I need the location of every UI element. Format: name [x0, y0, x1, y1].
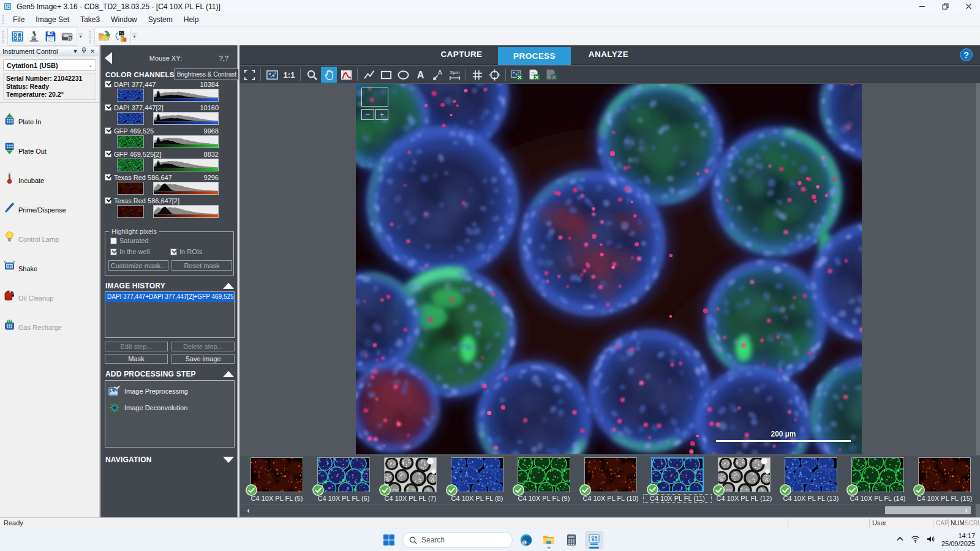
ellipse-icon[interactable] — [395, 67, 411, 83]
polyline-icon[interactable] — [361, 67, 377, 83]
menu-take3[interactable]: Take3 — [75, 13, 105, 26]
thumbnail-image[interactable] — [718, 457, 771, 492]
line-profile-icon[interactable] — [338, 67, 354, 83]
instrument-action-control-lamp[interactable]: Control Lamp — [0, 222, 99, 251]
thumbnail-image[interactable] — [651, 457, 704, 492]
fit-image-icon[interactable] — [264, 67, 280, 83]
channel-checkbox[interactable] — [105, 174, 111, 181]
close-button[interactable] — [957, 0, 980, 13]
instrument-action-incubate[interactable]: Incubate — [0, 163, 99, 192]
zoom-icon[interactable] — [304, 67, 320, 83]
thumbnail-image[interactable] — [317, 457, 370, 492]
thumbnail-item[interactable]: C4 10X PL FL (7) — [384, 455, 451, 504]
in-the-well-checkbox[interactable] — [110, 249, 117, 255]
channel-checkbox[interactable] — [105, 127, 111, 134]
tab-capture[interactable]: CAPTURE — [423, 45, 500, 63]
zoom-in-button[interactable]: + — [375, 109, 388, 120]
channel-checkbox[interactable] — [105, 151, 111, 157]
rectangle-icon[interactable] — [378, 67, 394, 83]
thumbnail-item[interactable]: C4 10X PL FL (12) — [718, 455, 785, 504]
zoom-out-button[interactable]: − — [361, 109, 374, 120]
thumbnail-image[interactable] — [851, 457, 904, 492]
crosshair-icon[interactable] — [486, 67, 502, 83]
instrument-action-plate-in[interactable]: Plate In — [0, 104, 99, 133]
export-image-excel-icon[interactable] — [509, 67, 525, 83]
thumbnail-item[interactable]: C4 10X PL FL (11) — [651, 455, 718, 504]
history-entry-selected[interactable]: DAPI 377,447+DAPI 377,447[2]+GFP 469,525… — [105, 292, 234, 302]
channel-checkbox[interactable] — [105, 81, 111, 88]
collapse-section-icon[interactable] — [223, 371, 234, 377]
help-icon[interactable]: ? — [960, 48, 973, 61]
open-export-icon[interactable] — [96, 29, 113, 45]
zoom-1to1-button[interactable]: 1:1 — [281, 67, 297, 83]
channel-thumbnail[interactable] — [117, 205, 144, 218]
menu-help[interactable]: Help — [178, 13, 205, 26]
plate-icon[interactable] — [9, 29, 26, 45]
panel-pin-icon[interactable] — [80, 47, 88, 55]
thumbnail-image[interactable] — [584, 457, 637, 492]
reader-icon[interactable] — [59, 29, 75, 45]
start-button[interactable] — [380, 531, 398, 549]
device-select[interactable]: Cytation1 (USB) ⌄ — [3, 59, 96, 71]
speaker-icon[interactable] — [926, 534, 935, 545]
saturated-checkbox[interactable] — [110, 238, 117, 244]
menu-system[interactable]: System — [143, 13, 178, 26]
channel-thumbnail[interactable] — [117, 112, 144, 125]
thumbnail-image[interactable] — [251, 457, 303, 492]
instrument-action-prime-dispense[interactable]: Prime/Dispense — [0, 192, 99, 222]
channel-histogram[interactable] — [153, 159, 219, 171]
thumbnail-image[interactable] — [451, 457, 503, 492]
collapse-panel-icon[interactable] — [105, 52, 112, 64]
search-input[interactable]: Search — [402, 532, 513, 548]
tray-chevron-up-icon[interactable] — [895, 534, 905, 545]
channel-thumbnail[interactable] — [117, 89, 144, 102]
annotation-text-icon[interactable]: A — [412, 67, 428, 83]
restore-button[interactable] — [933, 0, 957, 13]
export-doc-excel-disabled-icon[interactable] — [543, 67, 559, 83]
gen5-taskbar-icon[interactable] — [585, 531, 603, 549]
brightness-contrast-button[interactable]: Brightness & Contrast — [175, 69, 239, 80]
edit-step-button[interactable]: Edit step... — [105, 342, 168, 351]
channel-checkbox[interactable] — [105, 104, 111, 111]
delete-step-button[interactable]: Delete step... — [172, 342, 235, 351]
channel-histogram[interactable] — [153, 182, 219, 195]
channel-histogram[interactable] — [153, 205, 219, 218]
mask-button[interactable]: Mask — [105, 354, 168, 364]
thumbnail-item[interactable]: C4 10X PL FL (14) — [851, 455, 918, 504]
pan-icon[interactable] — [321, 67, 337, 83]
scroll-right-icon[interactable]: › — [961, 505, 971, 515]
instrument-action-oil-cleanup[interactable]: Oil Cleanup — [0, 280, 99, 310]
grid-icon[interactable] — [469, 67, 485, 83]
toolbar-overflow-chevron[interactable]: ▾ — [131, 29, 138, 45]
thumbnail-item[interactable]: C4 10X PL FL (5) — [251, 455, 317, 504]
toolbar-overflow-chevron[interactable]: ▾ — [77, 29, 84, 45]
instrument-action-gas-recharge[interactable]: Gas Recharge — [0, 310, 99, 339]
image-history-list[interactable]: DAPI 377,447+DAPI 377,447[2]+GFP 469,525… — [105, 291, 235, 338]
image-deconvolution-item[interactable]: Image Deconvolution — [108, 402, 234, 414]
expand-section-icon[interactable] — [223, 457, 234, 463]
fullscreen-icon[interactable] — [241, 67, 257, 83]
instrument-action-plate-out[interactable]: Plate Out — [0, 133, 99, 163]
thumbnail-image[interactable] — [518, 457, 570, 492]
export-data-icon[interactable] — [113, 29, 129, 45]
fluorescence-micrograph[interactable] — [356, 84, 862, 454]
pointer-annotation-icon[interactable]: A — [429, 67, 445, 83]
save-image-button[interactable]: Save image — [172, 354, 235, 364]
channel-histogram[interactable] — [153, 135, 219, 148]
image-viewport[interactable]: − + 200 µm — [239, 83, 975, 455]
microscope-icon[interactable] — [26, 29, 42, 45]
file-explorer-icon[interactable] — [540, 531, 558, 549]
customize-mask-button[interactable]: Customize mask... — [108, 260, 168, 271]
thumbnail-image[interactable] — [918, 457, 971, 492]
panel-menu-chevron-icon[interactable]: ▼ — [71, 48, 80, 54]
channel-histogram[interactable] — [153, 89, 219, 102]
export-doc-excel-icon[interactable] — [526, 67, 542, 83]
wifi-icon[interactable] — [911, 534, 920, 545]
tab-analyze[interactable]: ANALYZE — [570, 45, 647, 63]
menu-image-set[interactable]: Image Set — [30, 13, 75, 26]
edge-browser-icon[interactable] — [517, 531, 535, 549]
thumbnail-image[interactable] — [785, 457, 837, 492]
thumbnail-item[interactable]: C4 10X PL FL (8) — [451, 455, 518, 504]
scrollbar-thumb[interactable] — [885, 506, 971, 514]
scroll-left-icon[interactable]: ‹ — [243, 505, 254, 515]
